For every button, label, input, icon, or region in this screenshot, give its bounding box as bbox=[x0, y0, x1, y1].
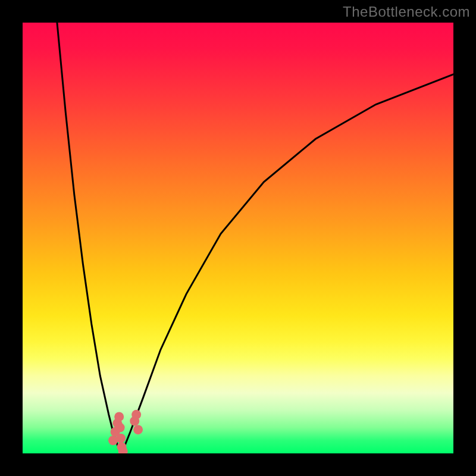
marker-dot bbox=[131, 410, 141, 419]
marker-dot bbox=[114, 412, 124, 421]
marker-dot bbox=[115, 423, 125, 433]
watermark-text: TheBottleneck.com bbox=[343, 4, 470, 20]
series-group bbox=[57, 23, 453, 453]
chart-frame: TheBottleneck.com bbox=[0, 0, 476, 476]
curve-layer bbox=[23, 23, 453, 453]
plot-area bbox=[23, 23, 453, 453]
marker-dot bbox=[133, 425, 143, 434]
series-left-branch bbox=[57, 23, 122, 453]
series-right-branch bbox=[122, 74, 453, 453]
marker-group bbox=[108, 410, 143, 453]
marker-dot bbox=[116, 434, 126, 443]
